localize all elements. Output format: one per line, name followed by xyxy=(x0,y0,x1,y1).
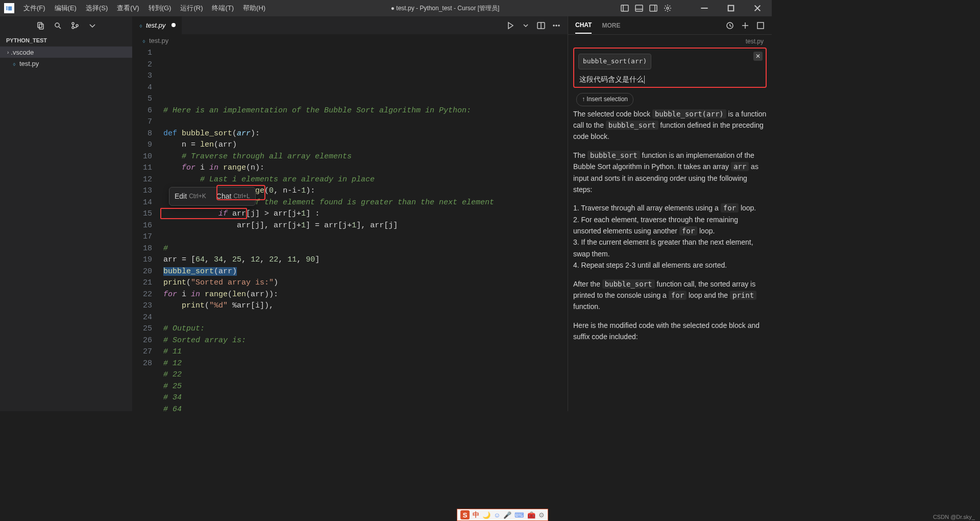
minimize-button[interactable] xyxy=(694,1,715,15)
unsaved-dot-icon xyxy=(172,23,176,27)
python-file-icon: ⬨ xyxy=(142,37,146,44)
tree-item[interactable]: ⬨test.py xyxy=(0,58,132,69)
svg-rect-11 xyxy=(38,22,42,28)
file-tree: ›.vscode⬨test.py xyxy=(0,46,132,69)
edit-action[interactable]: Edit Ctrl+K xyxy=(169,187,211,205)
selection-chip[interactable]: bubble_sort(arr) xyxy=(578,54,651,69)
tab-test-py[interactable]: ⬨ test.py xyxy=(133,16,182,34)
svg-rect-8 xyxy=(728,6,734,11)
svg-rect-12 xyxy=(39,24,43,29)
maximize-button[interactable] xyxy=(721,1,741,15)
svg-rect-27 xyxy=(757,22,764,29)
svg-point-21 xyxy=(553,25,554,26)
tab-label: test.py xyxy=(146,21,165,29)
user-question[interactable]: 这段代码含义是什么 xyxy=(575,72,765,85)
svg-point-17 xyxy=(76,25,78,27)
svg-point-15 xyxy=(72,22,74,25)
chevron-down-icon[interactable] xyxy=(88,21,96,30)
menu-item[interactable]: 文件(F) xyxy=(19,3,50,14)
maximize-panel-icon[interactable] xyxy=(756,21,765,30)
python-file-icon: ⬨ xyxy=(139,21,143,29)
line-gutter: 1234567891011121314151617181920212223242… xyxy=(133,48,163,411)
menu-item[interactable]: 选择(S) xyxy=(82,3,112,14)
chat-action[interactable]: Chat Ctrl+L xyxy=(211,187,255,205)
layout-left-icon[interactable] xyxy=(621,4,629,12)
menu-item[interactable]: 转到(G) xyxy=(144,3,176,14)
inline-actions-popup: Edit Ctrl+K Chat Ctrl+L xyxy=(169,187,256,206)
menu-item[interactable]: 终端(T) xyxy=(208,3,238,14)
settings-gear-icon[interactable] xyxy=(664,4,672,12)
close-chip-icon[interactable]: ✕ xyxy=(753,52,763,61)
chat-panel: CHAT MORE test.py ✕ bubble_sort(arr) 这段代… xyxy=(568,16,772,411)
sidebar-toolbar xyxy=(0,16,132,34)
chat-tabs: CHAT MORE xyxy=(568,16,772,35)
tab-more[interactable]: MORE xyxy=(602,18,620,33)
svg-point-13 xyxy=(55,23,59,27)
svg-line-14 xyxy=(59,27,61,29)
app-icon: I≣ xyxy=(4,3,14,13)
close-button[interactable] xyxy=(747,1,768,15)
tab-chat[interactable]: CHAT xyxy=(575,17,592,34)
svg-point-16 xyxy=(72,27,74,29)
svg-point-6 xyxy=(667,7,669,9)
insert-selection-button[interactable]: ↑ Insert selection xyxy=(576,93,633,106)
code-area[interactable]: 1234567891011121314151617181920212223242… xyxy=(133,46,568,411)
breadcrumb[interactable]: ⬨ test.py xyxy=(133,34,568,46)
more-icon[interactable] xyxy=(552,21,560,30)
assistant-response: The selected code block bubble_sort(arr)… xyxy=(573,108,767,343)
sidebar: PYTHON_TEST ›.vscode⬨test.py xyxy=(0,16,133,411)
svg-point-22 xyxy=(556,25,557,26)
menu-item[interactable]: 帮助(H) xyxy=(239,3,270,14)
chat-input-box[interactable]: ✕ bubble_sort(arr) 这段代码含义是什么 xyxy=(573,48,767,88)
run-chevron-icon[interactable] xyxy=(522,21,530,30)
titlebar: I≣ 文件(F)编辑(E)选择(S)查看(V)转到(G)运行(R)终端(T)帮助… xyxy=(0,0,772,16)
layout-right-icon[interactable] xyxy=(649,4,657,12)
svg-point-23 xyxy=(558,25,559,26)
layout-bottom-icon[interactable] xyxy=(635,4,643,12)
menu-item[interactable]: 运行(R) xyxy=(176,3,207,14)
split-editor-icon[interactable] xyxy=(537,21,545,30)
code-body[interactable]: # Here is an implementation of the Bubbl… xyxy=(163,48,494,411)
new-chat-icon[interactable] xyxy=(741,21,749,30)
menu-bar: 文件(F)编辑(E)选择(S)查看(V)转到(G)运行(R)终端(T)帮助(H) xyxy=(19,3,270,14)
editor-tabs: ⬨ test.py xyxy=(133,16,568,34)
history-icon[interactable] xyxy=(726,21,734,30)
explorer-header: PYTHON_TEST xyxy=(0,34,132,46)
menu-item[interactable]: 编辑(E) xyxy=(51,3,81,14)
chat-file-ref[interactable]: test.py xyxy=(573,37,767,48)
run-icon[interactable] xyxy=(506,21,514,30)
chat-body: test.py ✕ bubble_sort(arr) 这段代码含义是什么 ↑ I… xyxy=(568,35,772,411)
editor-area: ⬨ test.py ⬨ test.py 12345678910111213141… xyxy=(133,16,568,411)
files-icon[interactable] xyxy=(36,21,44,30)
menu-item[interactable]: 查看(V) xyxy=(113,3,143,14)
search-icon[interactable] xyxy=(54,21,62,30)
tree-item[interactable]: ›.vscode xyxy=(0,46,132,58)
svg-marker-18 xyxy=(508,22,513,29)
svg-rect-2 xyxy=(635,5,643,11)
source-control-icon[interactable] xyxy=(71,21,79,30)
window-title: ● test.py - Python_test - Cursor [管理员] xyxy=(270,4,621,13)
svg-rect-4 xyxy=(650,5,657,11)
svg-rect-0 xyxy=(621,5,628,11)
